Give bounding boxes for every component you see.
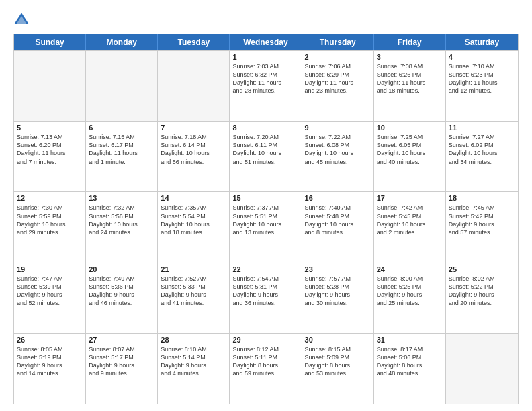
calendar-day: 12Sunrise: 7:30 AM Sunset: 5:59 PM Dayli… (14, 192, 86, 262)
calendar-day: 8Sunrise: 7:20 AM Sunset: 6:11 PM Daylig… (230, 122, 302, 191)
day-info: Sunrise: 8:17 AM Sunset: 5:06 PM Dayligh… (377, 345, 443, 378)
day-number: 6 (89, 124, 154, 132)
day-info: Sunrise: 7:18 AM Sunset: 6:14 PM Dayligh… (161, 133, 226, 166)
day-number: 29 (232, 336, 298, 344)
calendar-day: 26Sunrise: 8:05 AM Sunset: 5:19 PM Dayli… (14, 334, 86, 404)
calendar-day: 4Sunrise: 7:10 AM Sunset: 6:23 PM Daylig… (446, 51, 518, 121)
day-number: 10 (377, 124, 443, 132)
day-number: 18 (449, 194, 515, 202)
day-number: 27 (89, 336, 154, 344)
calendar-day: 9Sunrise: 7:22 AM Sunset: 6:08 PM Daylig… (302, 122, 374, 191)
day-info: Sunrise: 7:08 AM Sunset: 6:26 PM Dayligh… (377, 62, 443, 95)
calendar-day: 11Sunrise: 7:27 AM Sunset: 6:02 PM Dayli… (446, 122, 518, 191)
day-info: Sunrise: 7:15 AM Sunset: 6:17 PM Dayligh… (89, 133, 154, 166)
calendar-day: 10Sunrise: 7:25 AM Sunset: 6:05 PM Dayli… (374, 122, 446, 191)
day-info: Sunrise: 7:03 AM Sunset: 6:32 PM Dayligh… (232, 62, 298, 95)
calendar-day: 27Sunrise: 8:07 AM Sunset: 5:17 PM Dayli… (86, 334, 158, 404)
day-info: Sunrise: 7:20 AM Sunset: 6:11 PM Dayligh… (232, 133, 298, 166)
calendar-week: 1Sunrise: 7:03 AM Sunset: 6:32 PM Daylig… (14, 50, 518, 121)
calendar-day: 15Sunrise: 7:37 AM Sunset: 5:51 PM Dayli… (230, 192, 302, 262)
day-number: 7 (161, 124, 226, 132)
day-number: 19 (17, 265, 83, 273)
calendar-day: 21Sunrise: 7:52 AM Sunset: 5:33 PM Dayli… (158, 263, 230, 333)
weekday-header: Tuesday (158, 34, 230, 50)
calendar-day: 28Sunrise: 8:10 AM Sunset: 5:14 PM Dayli… (158, 334, 230, 404)
day-number: 20 (89, 265, 154, 273)
day-number: 17 (377, 194, 443, 202)
day-info: Sunrise: 7:35 AM Sunset: 5:54 PM Dayligh… (161, 203, 226, 236)
day-number: 13 (89, 194, 154, 202)
day-number: 23 (305, 265, 371, 273)
day-info: Sunrise: 7:10 AM Sunset: 6:23 PM Dayligh… (449, 62, 515, 95)
calendar-empty (14, 51, 86, 121)
day-info: Sunrise: 8:00 AM Sunset: 5:25 PM Dayligh… (377, 275, 443, 308)
calendar-day: 20Sunrise: 7:49 AM Sunset: 5:36 PM Dayli… (86, 263, 158, 333)
day-info: Sunrise: 7:30 AM Sunset: 5:59 PM Dayligh… (17, 203, 83, 236)
calendar-day: 6Sunrise: 7:15 AM Sunset: 6:17 PM Daylig… (86, 122, 158, 191)
day-info: Sunrise: 7:54 AM Sunset: 5:31 PM Dayligh… (232, 275, 298, 308)
calendar-day: 2Sunrise: 7:06 AM Sunset: 6:29 PM Daylig… (302, 51, 374, 121)
day-info: Sunrise: 7:47 AM Sunset: 5:39 PM Dayligh… (17, 275, 83, 308)
day-number: 24 (377, 265, 443, 273)
calendar-empty (86, 51, 158, 121)
day-info: Sunrise: 7:32 AM Sunset: 5:56 PM Dayligh… (89, 203, 154, 236)
day-number: 3 (377, 53, 443, 61)
day-number: 21 (161, 265, 226, 273)
calendar-day: 1Sunrise: 7:03 AM Sunset: 6:32 PM Daylig… (230, 51, 302, 121)
calendar-day: 17Sunrise: 7:42 AM Sunset: 5:45 PM Dayli… (374, 192, 446, 262)
day-number: 4 (449, 53, 515, 61)
calendar-day: 23Sunrise: 7:57 AM Sunset: 5:28 PM Dayli… (302, 263, 374, 333)
day-number: 16 (305, 194, 371, 202)
calendar-day: 25Sunrise: 8:02 AM Sunset: 5:22 PM Dayli… (446, 263, 518, 333)
calendar-day: 18Sunrise: 7:45 AM Sunset: 5:42 PM Dayli… (446, 192, 518, 262)
day-number: 12 (17, 194, 83, 202)
day-number: 14 (161, 194, 226, 202)
day-info: Sunrise: 7:40 AM Sunset: 5:48 PM Dayligh… (305, 203, 371, 236)
weekday-header: Saturday (446, 34, 518, 50)
day-info: Sunrise: 7:22 AM Sunset: 6:08 PM Dayligh… (305, 133, 371, 166)
calendar: SundayMondayTuesdayWednesdayThursdayFrid… (13, 34, 519, 404)
day-number: 5 (17, 124, 83, 132)
page: SundayMondayTuesdayWednesdayThursdayFrid… (0, 0, 532, 411)
header (13, 11, 519, 27)
weekday-header: Thursday (302, 34, 374, 50)
calendar-body: 1Sunrise: 7:03 AM Sunset: 6:32 PM Daylig… (14, 50, 518, 404)
day-info: Sunrise: 7:42 AM Sunset: 5:45 PM Dayligh… (377, 203, 443, 236)
day-info: Sunrise: 8:10 AM Sunset: 5:14 PM Dayligh… (161, 345, 226, 378)
logo-icon (13, 11, 30, 27)
calendar-week: 26Sunrise: 8:05 AM Sunset: 5:19 PM Dayli… (14, 333, 518, 404)
day-number: 30 (305, 336, 371, 344)
day-info: Sunrise: 8:07 AM Sunset: 5:17 PM Dayligh… (89, 345, 154, 378)
calendar-day: 3Sunrise: 7:08 AM Sunset: 6:26 PM Daylig… (374, 51, 446, 121)
day-number: 25 (449, 265, 515, 273)
calendar-empty (446, 334, 518, 404)
calendar-week: 12Sunrise: 7:30 AM Sunset: 5:59 PM Dayli… (14, 191, 518, 262)
calendar-day: 24Sunrise: 8:00 AM Sunset: 5:25 PM Dayli… (374, 263, 446, 333)
day-info: Sunrise: 8:15 AM Sunset: 5:09 PM Dayligh… (305, 345, 371, 378)
day-info: Sunrise: 8:12 AM Sunset: 5:11 PM Dayligh… (232, 345, 298, 378)
day-info: Sunrise: 7:49 AM Sunset: 5:36 PM Dayligh… (89, 275, 154, 308)
weekday-header: Friday (374, 34, 446, 50)
calendar-day: 30Sunrise: 8:15 AM Sunset: 5:09 PM Dayli… (302, 334, 374, 404)
calendar-day: 13Sunrise: 7:32 AM Sunset: 5:56 PM Dayli… (86, 192, 158, 262)
day-number: 31 (377, 336, 443, 344)
day-number: 8 (232, 124, 298, 132)
day-number: 28 (161, 336, 226, 344)
day-info: Sunrise: 8:02 AM Sunset: 5:22 PM Dayligh… (449, 275, 515, 308)
calendar-week: 19Sunrise: 7:47 AM Sunset: 5:39 PM Dayli… (14, 263, 518, 333)
day-info: Sunrise: 7:57 AM Sunset: 5:28 PM Dayligh… (305, 275, 371, 308)
day-number: 15 (232, 194, 298, 202)
day-info: Sunrise: 7:37 AM Sunset: 5:51 PM Dayligh… (232, 203, 298, 236)
day-number: 11 (449, 124, 515, 132)
weekday-header: Monday (86, 34, 158, 50)
day-info: Sunrise: 7:52 AM Sunset: 5:33 PM Dayligh… (161, 275, 226, 308)
day-info: Sunrise: 7:06 AM Sunset: 6:29 PM Dayligh… (305, 62, 371, 95)
day-info: Sunrise: 7:45 AM Sunset: 5:42 PM Dayligh… (449, 203, 515, 236)
calendar-header: SundayMondayTuesdayWednesdayThursdayFrid… (14, 34, 518, 50)
day-info: Sunrise: 7:13 AM Sunset: 6:20 PM Dayligh… (17, 133, 83, 166)
day-number: 2 (305, 53, 371, 61)
day-number: 22 (232, 265, 298, 273)
calendar-week: 5Sunrise: 7:13 AM Sunset: 6:20 PM Daylig… (14, 121, 518, 191)
day-number: 9 (305, 124, 371, 132)
calendar-day: 19Sunrise: 7:47 AM Sunset: 5:39 PM Dayli… (14, 263, 86, 333)
